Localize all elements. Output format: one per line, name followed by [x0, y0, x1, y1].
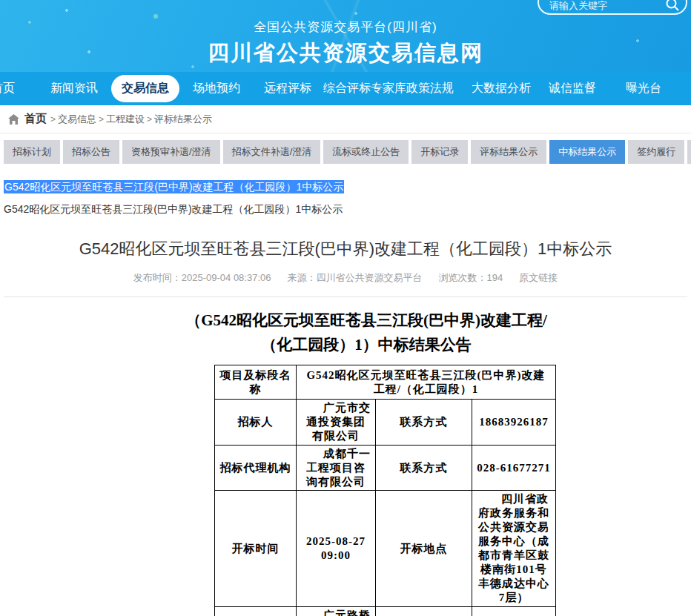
- home-icon: [7, 113, 20, 125]
- content-divider: [4, 297, 687, 297]
- table-row: 项目及标段名称 G542昭化区元坝至旺苍县三江段(巴中界)改建工程/（化工园段）…: [215, 365, 556, 400]
- tab-bidding-plan[interactable]: 招标计划: [4, 140, 60, 164]
- tab-evaluation-results[interactable]: 评标结果公示: [471, 140, 546, 164]
- nav-item-big-data[interactable]: 大数据分析: [466, 81, 537, 96]
- nav-item-policies[interactable]: 政策法规: [394, 81, 466, 96]
- nav-item-home[interactable]: 首页: [0, 81, 39, 96]
- page-title: G542昭化区元坝至旺苍县三江段(巴中界)改建工程（化工园段）1中标公示: [0, 238, 691, 260]
- tab-bidding-announcement[interactable]: 招标公告: [63, 140, 119, 164]
- breadcrumb-separator: >: [147, 114, 152, 125]
- breadcrumb-trade-info[interactable]: 交易信息: [58, 113, 96, 126]
- table-row: 招标代理机构 成都千一工程项目咨询有限公司 联系方式 028-61677271: [215, 445, 556, 491]
- table-row: 中标单位 广元路桥集团有限公司 中标通知书发出日期 2025-09-10: [215, 606, 556, 616]
- cell-agency-contact-value: 028-61677271: [472, 445, 556, 491]
- nav-item-trade-info[interactable]: 交易信息: [110, 75, 181, 102]
- nav-item-integrity-supervision[interactable]: 诚信监督: [537, 81, 608, 96]
- tab-partial[interactable]: [687, 140, 691, 164]
- site-title: 四川省公共资源交易信息网: [0, 39, 691, 68]
- cell-winner-value: 广元路桥集团有限公司: [297, 606, 376, 616]
- cell-opening-time-label: 开标时间: [215, 491, 297, 606]
- category-tabs: 招标计划 招标公告 资格预审补遗/澄清 招标文件补遗/澄清 流标或终止公告 开标…: [4, 140, 691, 164]
- search-box[interactable]: [538, 0, 687, 15]
- nav-item-remote-evaluation[interactable]: 远程评标: [252, 81, 323, 96]
- site-subtitle: 全国公共资源交易平台(四川省): [0, 19, 691, 36]
- cell-project-name-value: G542昭化区元坝至旺苍县三江段(巴中界)改建工程/（化工园段）1: [297, 365, 556, 400]
- search-icon[interactable]: [665, 0, 680, 12]
- cell-agency-value: 成都千一工程项目咨询有限公司: [297, 445, 376, 491]
- cell-winner-label: 中标单位: [215, 606, 297, 616]
- cell-contact-value: 18683926187: [472, 400, 556, 446]
- cell-agency-label: 招标代理机构: [215, 445, 297, 491]
- result-list-item-selected[interactable]: G542昭化区元坝至旺苍县三江段(巴中界)改建工程（化工园段）1中标公示: [4, 181, 691, 194]
- cell-opening-place-value: 四川省政府政务服务和公共资源交易服务中心（成都市青羊区鼓楼南街101号丰德成达中…: [472, 491, 556, 606]
- award-result-table: 项目及标段名称 G542昭化区元坝至旺苍县三江段(巴中界)改建工程/（化工园段）…: [214, 365, 556, 616]
- document-title: （G542昭化区元坝至旺苍县三江段(巴中界)改建工程/（化工园段）1）中标结果公…: [176, 308, 556, 357]
- result-list-item[interactable]: G542昭化区元坝至旺苍县三江段(巴中界)改建工程（化工园段）1中标公示: [4, 203, 691, 216]
- tab-bid-opening-record[interactable]: 开标记录: [411, 140, 468, 164]
- search-input[interactable]: [539, 0, 658, 11]
- table-row: 开标时间 2025-08-27 09:00 开标地点 四川省政府政务服务和公共资…: [215, 491, 556, 606]
- article-meta: 发布时间：2025-09-04 08:37:06来源：四川省公共资源交易平台浏览…: [0, 271, 691, 285]
- tab-award-results[interactable]: 中标结果公示: [549, 140, 625, 164]
- nav-item-services[interactable]: 办事: [679, 81, 691, 96]
- breadcrumb-engineering[interactable]: 工程建设: [106, 113, 145, 126]
- cell-opening-place-label: 开标地点: [376, 491, 472, 606]
- nav-item-expert-library[interactable]: 综合评标专家库: [323, 81, 394, 96]
- breadcrumb-separator: >: [99, 114, 104, 125]
- main-navbar: 首页 新闻资讯 交易信息 场地预约 远程评标 综合评标专家库 政策法规 大数据分…: [0, 72, 691, 105]
- cell-opening-time-value: 2025-08-27 09:00: [297, 491, 376, 606]
- cell-project-name-label: 项目及标段名称: [215, 365, 297, 400]
- tab-prequalification-supplement[interactable]: 资格预审补遗/澄清: [122, 140, 220, 164]
- cell-tenderer-value: 广元市交通投资集团有限公司: [297, 400, 376, 446]
- breadcrumb-separator: >: [50, 114, 56, 125]
- table-row: 招标人 广元市交通投资集团有限公司 联系方式 18683926187: [215, 400, 556, 446]
- view-count: 浏览次数：194: [439, 272, 503, 283]
- cell-notice-date-value: 2025-09-10: [472, 606, 556, 616]
- cell-notice-date-label: 中标通知书发出日期: [376, 606, 472, 616]
- tab-failed-or-terminated[interactable]: 流标或终止公告: [323, 140, 409, 164]
- cell-contact-label: 联系方式: [376, 400, 472, 446]
- source: 来源：四川省公共资源交易平台: [288, 272, 423, 283]
- cell-agency-contact-label: 联系方式: [376, 445, 472, 491]
- original-link[interactable]: 原文链接: [519, 272, 558, 283]
- tab-contract-performance[interactable]: 签约履行: [628, 140, 684, 164]
- tab-bid-document-supplement[interactable]: 招标文件补遗/澄清: [223, 140, 321, 164]
- breadcrumb-evaluation-results[interactable]: 评标结果公示: [154, 113, 212, 126]
- breadcrumb: 首页 > 交易信息 > 工程建设 > 评标结果公示: [0, 105, 691, 133]
- site-header: 全国公共资源交易平台(四川省) 四川省公共资源交易信息网: [0, 0, 691, 72]
- nav-item-news[interactable]: 新闻资讯: [39, 81, 110, 96]
- breadcrumb-home[interactable]: 首页: [24, 112, 47, 126]
- nav-item-venue-booking[interactable]: 场地预约: [181, 81, 252, 96]
- cell-tenderer-label: 招标人: [215, 400, 297, 446]
- nav-item-exposure[interactable]: 曝光台: [608, 81, 679, 96]
- publish-time: 发布时间：2025-09-04 08:37:06: [133, 272, 271, 283]
